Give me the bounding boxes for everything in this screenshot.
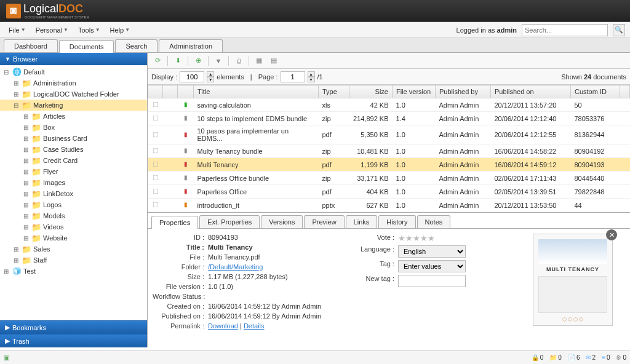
- tree-node[interactable]: ⊟🌐Default: [0, 66, 147, 77]
- tree-toggle[interactable]: ⊞: [22, 157, 30, 164]
- trash-panel-header[interactable]: ▶Trash: [0, 334, 147, 347]
- tree-node[interactable]: ⊟📁Marketing: [0, 100, 147, 111]
- page-input[interactable]: [281, 71, 305, 82]
- prop-folder-link[interactable]: /Default/Marketing: [208, 263, 263, 271]
- tree-node[interactable]: ⊞🧊Test: [0, 266, 147, 277]
- tree-toggle[interactable]: ⊞: [22, 224, 30, 231]
- newtag-input[interactable]: [398, 275, 466, 287]
- tree-node[interactable]: ⊞📁Website: [0, 232, 147, 243]
- checkbox-icon[interactable]: ☐: [153, 201, 159, 208]
- tree-node[interactable]: ⊞📁Logos: [0, 199, 147, 210]
- search-input[interactable]: [522, 24, 608, 36]
- tree-node[interactable]: ⊞📁Articles: [0, 111, 147, 122]
- table-row[interactable]: ☐▮Paperless Officepdf404 KB1.0Admin Admi…: [148, 185, 630, 199]
- checkbox-icon[interactable]: ☐: [153, 188, 159, 195]
- tree-node[interactable]: ⊞📁Case Studies: [0, 144, 147, 155]
- search-button[interactable]: 🔍: [613, 24, 625, 36]
- tree-toggle[interactable]: ⊞: [22, 124, 30, 131]
- tree-toggle[interactable]: ⊞: [22, 191, 30, 197]
- tab-documents[interactable]: Documents: [59, 40, 114, 53]
- tree-node[interactable]: ⊞📁Staff: [0, 255, 147, 266]
- tree-node[interactable]: ⊞📁Flyer: [0, 166, 147, 177]
- tab-dashboard[interactable]: Dashboard: [4, 39, 58, 52]
- tree-toggle[interactable]: ⊞: [12, 246, 20, 253]
- language-select[interactable]: English: [398, 245, 466, 258]
- status-checkout[interactable]: 📁0: [549, 354, 562, 361]
- bookmarks-panel-header[interactable]: ▶Bookmarks: [0, 320, 147, 334]
- table-row[interactable]: ☐▮10 pasos para implementar un EDMS...pd…: [148, 125, 630, 144]
- status-msgs[interactable]: 📄6: [568, 354, 580, 361]
- bulk-button[interactable]: ⊕: [192, 55, 204, 67]
- col-version[interactable]: File version: [393, 85, 436, 98]
- menu-help[interactable]: Help▼: [106, 25, 134, 35]
- tree-node[interactable]: ⊞📁Business Card: [0, 133, 147, 144]
- tab-search[interactable]: Search: [115, 39, 158, 52]
- tree-toggle[interactable]: ⊞: [22, 168, 30, 175]
- thumbnail[interactable]: MULTI TENANCY ⬡ ⬡ ⬡ ⬡ ✕: [533, 234, 613, 326]
- tree-node[interactable]: ⊞📁Credit Card: [0, 155, 147, 166]
- tree-node[interactable]: ⊞📁Sales: [0, 243, 147, 255]
- tree-toggle[interactable]: ⊞: [2, 268, 10, 275]
- tree-toggle[interactable]: ⊞: [22, 202, 30, 208]
- display-up[interactable]: ▲: [207, 71, 214, 77]
- list-view-button[interactable]: ▦: [253, 55, 265, 67]
- tree-toggle[interactable]: ⊟: [12, 102, 20, 109]
- display-input[interactable]: [180, 71, 204, 82]
- checkbox-icon[interactable]: ☐: [153, 160, 159, 168]
- table-row[interactable]: ☐▮Multi Tenancypdf1,199 KB1.0Admin Admin…: [148, 158, 630, 172]
- col-title[interactable]: Title: [194, 85, 319, 98]
- tree-toggle[interactable]: ⊞: [22, 146, 30, 153]
- browser-panel-header[interactable]: ▼Browser: [0, 53, 147, 65]
- tree-toggle[interactable]: ⊞: [22, 235, 30, 242]
- checkbox-icon[interactable]: ☐: [153, 101, 159, 108]
- status-tasks[interactable]: ≡0: [602, 354, 610, 361]
- tree-toggle[interactable]: ⊞: [22, 213, 30, 220]
- grid-view-button[interactable]: ▤: [268, 55, 280, 67]
- detail-tab-ext[interactable]: Ext. Properties: [199, 215, 260, 228]
- detail-tab-history[interactable]: History: [378, 215, 415, 228]
- tree-toggle[interactable]: ⊞: [12, 91, 20, 98]
- checkbox-icon[interactable]: ☐: [153, 114, 159, 122]
- checkbox-icon[interactable]: ☐: [153, 174, 159, 181]
- checkbox-icon[interactable]: ☐: [153, 147, 159, 154]
- tree-toggle[interactable]: ⊞: [12, 80, 20, 87]
- col-custom-id[interactable]: Custom ID: [571, 85, 620, 98]
- col-published-on[interactable]: Published on: [491, 85, 571, 98]
- details-link[interactable]: Details: [244, 322, 265, 330]
- tree-node[interactable]: ⊞📁Administration: [0, 77, 147, 89]
- filter-button[interactable]: ▼: [212, 55, 225, 67]
- tree-node[interactable]: ⊞📁Images: [0, 177, 147, 188]
- table-row[interactable]: ☐▮Paperless Office bundlezip33,171 KB1.0…: [148, 172, 630, 185]
- detail-tab-properties[interactable]: Properties: [151, 216, 198, 229]
- table-row[interactable]: ☐▮Multy Tenancy bundlezip10,481 KB1.0Adm…: [148, 144, 630, 158]
- tree-node[interactable]: ⊞📁Videos: [0, 221, 147, 232]
- status-events[interactable]: ⚙0: [616, 354, 626, 361]
- table-row[interactable]: ☐▮introduction_itpptx627 KB1.0Admin Admi…: [148, 199, 630, 212]
- close-thumbnail-button[interactable]: ✕: [606, 229, 617, 240]
- download-button[interactable]: ⬇: [172, 55, 184, 67]
- status-mail[interactable]: ✉2: [586, 354, 596, 361]
- tree-node[interactable]: ⊞📁LinkDetox: [0, 188, 147, 199]
- menu-personal[interactable]: Personal▼: [32, 25, 72, 35]
- tree-toggle[interactable]: ⊞: [22, 135, 30, 142]
- print-button[interactable]: ⎙: [233, 55, 245, 67]
- detail-tab-versions[interactable]: Versions: [261, 215, 303, 228]
- col-size[interactable]: Size: [349, 85, 393, 98]
- tree-toggle[interactable]: ⊞: [22, 113, 30, 120]
- download-link[interactable]: Download: [208, 322, 238, 330]
- checkbox-icon[interactable]: ☐: [153, 131, 159, 138]
- page-up[interactable]: ▲: [308, 71, 315, 77]
- tree-toggle[interactable]: ⊞: [22, 180, 30, 186]
- detail-tab-preview[interactable]: Preview: [304, 215, 344, 228]
- menu-tools[interactable]: Tools▼: [74, 25, 104, 35]
- refresh-button[interactable]: ⟳: [151, 55, 164, 67]
- detail-tab-notes[interactable]: Notes: [417, 215, 451, 228]
- table-row[interactable]: ☐▮10 steps to implement EDMS bundlezip21…: [148, 112, 630, 125]
- page-down[interactable]: ▼: [308, 77, 315, 82]
- col-published-by[interactable]: Published by: [436, 85, 491, 98]
- display-down[interactable]: ▼: [207, 77, 214, 82]
- vote-stars[interactable]: ★★★★★: [398, 234, 520, 243]
- col-type[interactable]: Type: [319, 85, 349, 98]
- status-locked[interactable]: 🔒0: [532, 354, 544, 361]
- table-row[interactable]: ☐▮saving-calculationxls42 KB1.0Admin Adm…: [148, 98, 630, 112]
